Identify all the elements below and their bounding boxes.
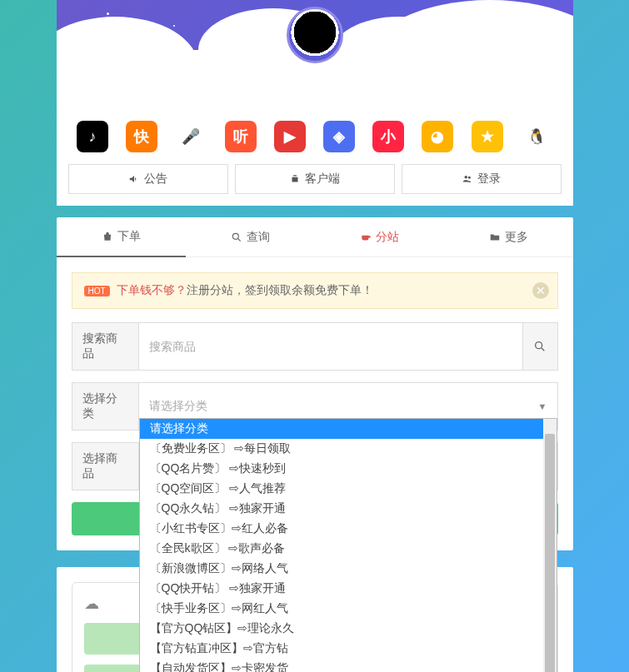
kuaishou-icon[interactable]: 快: [126, 121, 157, 152]
search-input[interactable]: [139, 323, 522, 370]
tab-more[interactable]: 更多: [444, 217, 573, 257]
search-button[interactable]: [522, 323, 557, 370]
nav-label: 公告: [144, 172, 167, 187]
svg-point-1: [468, 177, 471, 179]
alert-text: 下单钱不够？注册分站，签到领取余额免费下单！: [117, 283, 373, 298]
header-banner: [57, 0, 573, 112]
svg-point-0: [465, 176, 468, 179]
svg-point-3: [536, 342, 542, 349]
tab-order[interactable]: 下单: [57, 217, 186, 257]
megaphone-icon: [128, 173, 140, 185]
tencent-icon[interactable]: ◈: [323, 121, 355, 152]
placeholder-block: [84, 665, 141, 672]
tab-label: 更多: [505, 230, 528, 245]
app-icons-row: ♪快🎤听▶◈小◕★🐧: [57, 112, 573, 157]
hot-badge: HOT: [84, 286, 110, 296]
video1-icon[interactable]: ▶: [274, 121, 306, 152]
dropdown-item[interactable]: 请选择分类: [140, 419, 543, 439]
dropdown-item[interactable]: 〔QQ永久钻〕 ⇨独家开通: [140, 499, 543, 519]
search-row: 搜索商品: [72, 322, 558, 371]
dropdown-item[interactable]: 〔QQ空间区〕 ⇨人气推荐: [140, 479, 543, 499]
douyin-icon[interactable]: ♪: [77, 121, 108, 152]
nav-label: 客户端: [305, 172, 340, 187]
tab-query[interactable]: 查询: [186, 217, 315, 257]
main-card: 下单 查询 分站 更多 HOT 下单钱不够？注册分站，签到领取余额免费下单！: [57, 217, 573, 550]
quanmin-icon[interactable]: 🎤: [175, 121, 207, 152]
avatar: [287, 7, 343, 63]
search-icon: [231, 231, 242, 243]
chevron-down-icon: ▼: [538, 401, 547, 411]
tab-label: 分站: [376, 230, 399, 245]
users-icon: [462, 173, 473, 185]
tab-label: 下单: [117, 229, 141, 244]
announce-button[interactable]: 公告: [68, 164, 228, 194]
qzone-icon[interactable]: ★: [472, 121, 503, 152]
qq-icon[interactable]: 🐧: [521, 121, 552, 152]
category-dropdown: 请选择分类〔免费业务区〕 ⇨每日领取〔QQ名片赞〕 ⇨快速秒到〔QQ空间区〕 ⇨…: [139, 418, 557, 672]
dropdown-item[interactable]: 〔全民k歌区〕 ⇨歌声必备: [140, 539, 543, 559]
close-icon[interactable]: ✕: [532, 282, 549, 299]
dropdown-item[interactable]: 〔QQ名片赞〕 ⇨快速秒到: [140, 459, 543, 479]
search-label: 搜索商品: [72, 323, 139, 370]
alert-banner: HOT 下单钱不够？注册分站，签到领取余额免费下单！ ✕: [72, 272, 558, 309]
dropdown-item[interactable]: 〔快手业务区〕⇨网红人气: [140, 599, 543, 619]
nav-bar: 公告 客户端 登录: [57, 157, 573, 206]
search-icon: [533, 340, 547, 353]
category-row: 选择分类 请选择分类 ▼ 请选择分类〔免费业务区〕 ⇨每日领取〔QQ名片赞〕 ⇨…: [72, 382, 558, 431]
dropdown-item[interactable]: 【官方钻直冲区】⇨官方钻: [140, 639, 543, 659]
dropdown-item[interactable]: 〔QQ快开钻〕 ⇨独家开通: [140, 579, 543, 599]
nav-label: 登录: [477, 172, 501, 187]
tab-substation[interactable]: 分站: [315, 217, 444, 257]
xiaohongshu-icon[interactable]: 小: [372, 121, 404, 152]
android-icon: [289, 173, 301, 185]
dropdown-item[interactable]: 【官方QQ钻区】⇨理论永久: [140, 619, 543, 639]
ximalaya-icon[interactable]: 听: [225, 121, 257, 152]
app8-icon[interactable]: ◕: [422, 121, 453, 152]
dropdown-item[interactable]: 〔免费业务区〕 ⇨每日领取: [140, 439, 543, 459]
client-button[interactable]: 客户端: [235, 164, 395, 194]
tab-label: 查询: [247, 230, 270, 245]
bag-icon: [102, 231, 113, 242]
svg-point-2: [232, 233, 238, 239]
product-label: 选择商品: [72, 443, 139, 490]
scrollbar[interactable]: [543, 419, 557, 672]
category-label: 选择分类: [72, 383, 139, 430]
coffee-icon: [360, 231, 372, 243]
tab-bar: 下单 查询 分站 更多: [57, 217, 573, 257]
dropdown-item[interactable]: 【自动发货区】⇨卡密发货: [140, 659, 543, 672]
dropdown-item[interactable]: 〔新浪微博区〕⇨网络人气: [140, 559, 543, 579]
login-button[interactable]: 登录: [402, 164, 562, 194]
dropdown-item[interactable]: 〔小红书专区〕⇨红人必备: [140, 519, 543, 539]
folder-icon: [489, 231, 501, 243]
